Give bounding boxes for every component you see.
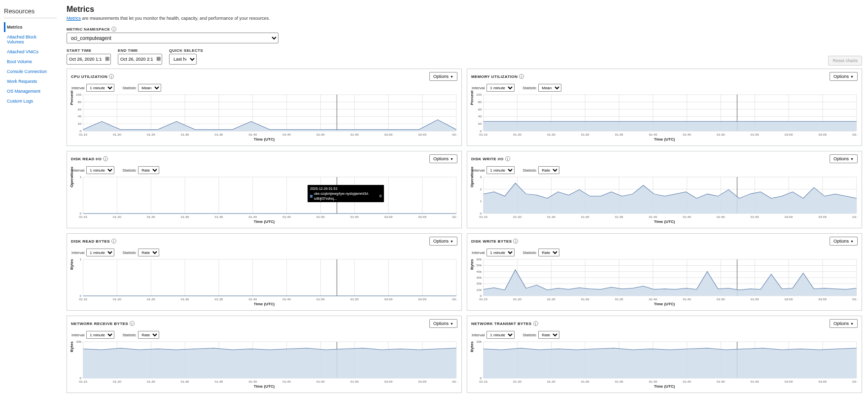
svg-text:1: 1 — [80, 258, 82, 261]
statistic-select[interactable]: Rate — [138, 166, 159, 174]
y-axis-label: Percent — [69, 91, 74, 105]
sidebar-item-os-management[interactable]: OS Management — [4, 86, 57, 96]
start-time-input[interactable] — [67, 54, 111, 65]
sidebar-item-custom-logs[interactable]: Custom Logs — [4, 96, 57, 106]
chart-title: MEMORY UTILIZATIONi — [471, 74, 524, 79]
end-time-input[interactable] — [118, 54, 162, 65]
sidebar-item-attached-vnics[interactable]: Attached VNICs — [4, 47, 57, 57]
statistic-select[interactable]: Mean — [538, 84, 561, 92]
svg-text:01:50: 01:50 — [717, 380, 725, 383]
statistic-select[interactable]: Rate — [138, 331, 159, 339]
info-icon[interactable]: i — [519, 74, 524, 79]
svg-text:01:55: 01:55 — [350, 380, 359, 383]
statistic-select[interactable]: Mean — [138, 84, 161, 92]
interval-select[interactable]: 1 minute — [86, 249, 114, 256]
svg-text:1: 1 — [80, 176, 82, 179]
svg-text:01:50: 01:50 — [717, 133, 725, 136]
chart-dri: DISK READ I/OiOptions▼Interval1 minuteSt… — [67, 151, 462, 228]
options-button[interactable]: Options▼ — [429, 319, 457, 328]
svg-text:02:00: 02:00 — [785, 133, 793, 136]
svg-text:3: 3 — [480, 176, 482, 179]
page-title: Metrics — [67, 5, 862, 14]
x-axis-label: Time (UTC) — [471, 137, 858, 142]
info-icon[interactable]: i — [111, 27, 116, 32]
svg-text:01:30: 01:30 — [581, 133, 590, 136]
sidebar-item-boot-volume[interactable]: Boot Volume — [4, 57, 57, 67]
svg-text:02:10: 02:10 — [452, 133, 457, 136]
chevron-down-icon: ▼ — [850, 240, 854, 243]
options-button[interactable]: Options▼ — [429, 72, 457, 81]
metrics-link[interactable]: Metrics — [67, 16, 81, 21]
info-icon[interactable]: i — [103, 156, 108, 161]
options-button[interactable]: Options▼ — [830, 154, 858, 163]
svg-text:02:00: 02:00 — [384, 297, 393, 301]
svg-text:01:35: 01:35 — [615, 215, 624, 218]
sidebar-item-metrics[interactable]: Metrics — [4, 22, 57, 32]
sidebar-item-attached-block-volumes[interactable]: Attached Block Volumes — [4, 32, 57, 47]
options-button[interactable]: Options▼ — [429, 237, 457, 246]
svg-text:80: 80 — [478, 100, 482, 104]
y-axis-label: Bytes — [69, 259, 74, 270]
svg-text:40k: 40k — [476, 270, 482, 273]
interval-select[interactable]: 1 minute — [86, 331, 114, 339]
info-icon[interactable]: i — [109, 74, 114, 79]
options-button[interactable]: Options▼ — [830, 237, 858, 246]
svg-text:60k: 60k — [476, 258, 482, 261]
interval-select[interactable]: 1 minute — [86, 84, 114, 92]
statistic-select[interactable]: Rate — [538, 166, 559, 174]
chart-body[interactable]: Operations0101:1501:2001:2501:3001:3501:… — [71, 176, 457, 218]
x-axis-label: Time (UTC) — [471, 302, 858, 306]
svg-text:1: 1 — [480, 200, 482, 203]
svg-text:02:05: 02:05 — [819, 215, 827, 218]
options-button[interactable]: Options▼ — [830, 72, 858, 81]
chart-mem: MEMORY UTILIZATIONiOptions▼Interval1 min… — [467, 69, 862, 146]
chart-body[interactable]: Bytes0101:1501:2001:2501:3001:3501:4001:… — [71, 258, 457, 301]
info-icon[interactable]: i — [513, 239, 518, 244]
chart-cpu: CPU UTILIZATIONiOptions▼Interval1 minute… — [67, 69, 462, 146]
svg-text:01:20: 01:20 — [513, 215, 521, 218]
quick-select-label: QUICK SELECTS — [169, 48, 203, 53]
svg-text:02:10: 02:10 — [852, 297, 858, 301]
statistic-select[interactable]: Rate — [538, 249, 559, 256]
chart-body[interactable]: Percent02040608010001:1501:2001:2501:300… — [71, 94, 457, 136]
info-icon[interactable]: i — [505, 156, 510, 161]
chart-body[interactable]: Operations012301:1501:2001:2501:3001:350… — [471, 176, 858, 218]
quick-select[interactable]: Last hour — [169, 54, 197, 65]
info-icon[interactable]: i — [533, 321, 538, 326]
interval-select[interactable]: 1 minute — [86, 166, 114, 174]
statistic-select[interactable]: Rate — [138, 249, 159, 256]
namespace-select[interactable]: oci_computeagent — [67, 33, 278, 43]
svg-text:01:40: 01:40 — [248, 297, 257, 301]
chart-body[interactable]: Bytes020k01:1501:2001:2501:3001:3501:400… — [71, 341, 457, 383]
interval-select[interactable]: 1 minute — [486, 166, 515, 174]
svg-text:0: 0 — [480, 212, 482, 215]
reset-charts-button[interactable]: Reset charts — [828, 56, 862, 66]
statistic-select[interactable]: Rate — [538, 331, 559, 339]
chart-body[interactable]: Bytes020k01:1501:2001:2501:3001:3501:400… — [471, 341, 858, 383]
info-icon[interactable]: i — [111, 239, 116, 244]
svg-text:02:10: 02:10 — [452, 380, 457, 383]
svg-text:01:30: 01:30 — [581, 297, 590, 301]
svg-text:0: 0 — [80, 376, 82, 380]
chart-dwb: DISK WRITE BYTESiOptions▼Interval1 minut… — [467, 233, 862, 311]
info-icon[interactable]: i — [130, 321, 135, 326]
chart-body[interactable]: Percent02040608010001:1501:2001:2501:300… — [471, 94, 858, 136]
interval-label: Interval — [71, 333, 84, 337]
svg-text:01:40: 01:40 — [649, 133, 657, 136]
svg-text:20k: 20k — [476, 341, 482, 343]
chart-body[interactable]: Bytes010k20k30k40k50k60k01:1501:2001:250… — [471, 258, 858, 301]
svg-text:01:20: 01:20 — [513, 133, 521, 136]
chart-title: DISK WRITE BYTESi — [471, 239, 518, 244]
charts-grid: CPU UTILIZATIONiOptions▼Interval1 minute… — [67, 69, 862, 393]
options-button[interactable]: Options▼ — [830, 319, 858, 328]
svg-text:01:15: 01:15 — [79, 133, 87, 136]
svg-text:01:15: 01:15 — [479, 215, 487, 218]
sidebar-item-work-requests[interactable]: Work Requests — [4, 76, 57, 86]
options-button[interactable]: Options▼ — [429, 154, 457, 163]
interval-select[interactable]: 1 minute — [486, 84, 515, 92]
svg-text:40: 40 — [78, 115, 82, 118]
interval-select[interactable]: 1 minute — [486, 249, 515, 256]
x-axis-label: Time (UTC) — [471, 384, 858, 389]
sidebar-item-console-connection[interactable]: Console Connection — [4, 67, 57, 76]
interval-select[interactable]: 1 minute — [486, 331, 515, 339]
